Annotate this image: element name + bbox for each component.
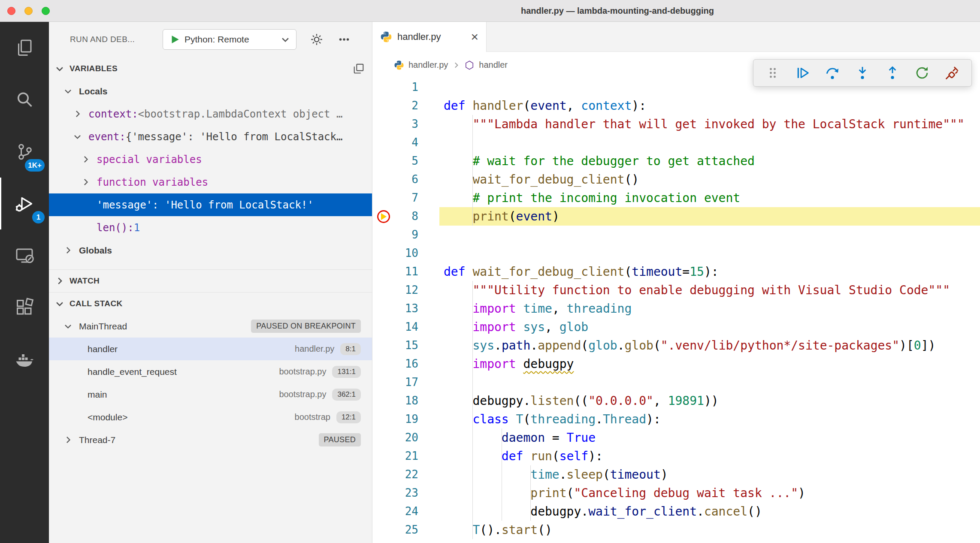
code-line-text[interactable]: # wait for the debugger to get attached xyxy=(439,152,980,170)
activity-item-search[interactable] xyxy=(0,74,49,126)
code-line-text[interactable]: def wait_for_debug_client(timeout=15): xyxy=(439,262,980,281)
breakpoint-indicator[interactable] xyxy=(372,210,395,223)
code-line-text[interactable]: daemon = True xyxy=(439,428,980,447)
variable-row-len[interactable]: len(): 1 xyxy=(49,216,372,239)
code-line-text[interactable]: """Utility function to enable debugging … xyxy=(439,281,980,299)
code-line-text[interactable]: def handler(event, context): xyxy=(439,97,980,115)
zoom-window-button[interactable] xyxy=(42,7,50,15)
gear-icon[interactable] xyxy=(309,32,324,47)
thread-row-thread-7[interactable]: Thread-7PAUSED xyxy=(49,428,372,451)
gutter[interactable]: 21 xyxy=(372,447,439,465)
code-line-text[interactable]: time.sleep(timeout) xyxy=(439,465,980,484)
variable-row-function-variables[interactable]: function variables xyxy=(49,171,372,193)
code-line-text[interactable]: import time, threading xyxy=(439,299,980,318)
code-line-text[interactable]: debugpy.listen(("0.0.0.0", 19891)) xyxy=(439,392,980,410)
variable-row-message[interactable]: 'message': 'Hello from LocalStack!' xyxy=(49,193,372,216)
gutter[interactable]: 24 xyxy=(372,502,439,521)
restart-button[interactable] xyxy=(907,62,938,84)
code-line-text[interactable]: import debugpy xyxy=(439,355,980,373)
variable-row-locals[interactable]: Locals xyxy=(49,80,372,103)
collapse-all-icon[interactable] xyxy=(352,62,365,75)
gutter[interactable]: 3 xyxy=(372,115,439,133)
close-icon[interactable] xyxy=(471,30,478,43)
gutter[interactable]: 4 xyxy=(372,133,439,152)
stack-frame-main[interactable]: mainbootstrap.py362:1 xyxy=(49,383,372,406)
gutter[interactable]: 15 xyxy=(372,336,439,355)
variable-row-special-variables[interactable]: special variables xyxy=(49,148,372,171)
debug-config-dropdown[interactable]: Python: Remote xyxy=(163,29,296,50)
code-line-text[interactable]: debugpy.wait_for_client.cancel() xyxy=(439,502,980,521)
code-line-text[interactable] xyxy=(439,226,980,244)
gutter[interactable]: 13 xyxy=(372,299,439,318)
more-actions-icon[interactable] xyxy=(337,32,351,47)
code-line-text[interactable]: import sys, glob xyxy=(439,318,980,336)
activity-item-run-and-debug[interactable]: 1 xyxy=(0,178,49,229)
variable-row-globals[interactable]: Globals xyxy=(49,239,372,262)
step-out-button[interactable] xyxy=(877,62,907,84)
activity-item-remote-explorer[interactable] xyxy=(0,229,49,281)
gutter[interactable]: 6 xyxy=(372,170,439,189)
gutter[interactable]: 18 xyxy=(372,392,439,410)
code-line-text[interactable]: sys.path.append(glob.glob(".venv/lib/pyt… xyxy=(439,336,980,355)
stack-frame-module[interactable]: <module>bootstrap12:1 xyxy=(49,406,372,428)
gutter[interactable]: 7 xyxy=(372,189,439,207)
stack-frame-handler[interactable]: handlerhandler.py8:1 xyxy=(49,338,372,360)
variable-row-context[interactable]: context: <bootstrap.LambdaContext object… xyxy=(49,103,372,125)
code-line-text[interactable] xyxy=(439,373,980,392)
gutter[interactable]: 10 xyxy=(372,244,439,262)
stack-frame-handle-event-request[interactable]: handle_event_requestbootstrap.py131:1 xyxy=(49,360,372,383)
code-line-text[interactable]: T().start() xyxy=(439,521,980,539)
start-debugging-icon[interactable] xyxy=(169,34,180,45)
gutter[interactable]: 9 xyxy=(372,226,439,244)
variables-section-header[interactable]: VARIABLES xyxy=(49,57,372,80)
breadcrumb-item-file[interactable]: handler.py xyxy=(408,60,448,70)
chevron-down-icon[interactable] xyxy=(60,322,76,331)
activity-item-source-control[interactable]: 1K+ xyxy=(0,126,49,178)
editor-tab-handler-py[interactable]: handler.py xyxy=(372,22,487,52)
activity-item-explorer[interactable] xyxy=(0,22,49,74)
gutter[interactable]: 8 xyxy=(372,207,439,226)
code-line-text[interactable]: def run(self): xyxy=(439,447,980,465)
chevron-right-icon[interactable] xyxy=(78,178,93,187)
gutter[interactable]: 5 xyxy=(372,152,439,170)
watch-section-header[interactable]: WATCH xyxy=(49,269,372,292)
chevron-right-icon[interactable] xyxy=(70,109,85,118)
gutter[interactable]: 20 xyxy=(372,428,439,447)
gutter[interactable]: 1 xyxy=(372,78,439,97)
chevron-down-icon[interactable] xyxy=(70,132,85,141)
code-line-text[interactable] xyxy=(439,244,980,262)
gutter[interactable]: 17 xyxy=(372,373,439,392)
code-line-text[interactable]: """Lambda handler that will get invoked … xyxy=(439,115,980,133)
code-line-text[interactable]: print("Canceling debug wait task ...") xyxy=(439,484,980,502)
activity-item-docker[interactable] xyxy=(0,333,49,385)
gutter[interactable]: 23 xyxy=(372,484,439,502)
gutter[interactable]: 16 xyxy=(372,355,439,373)
chevron-right-icon[interactable] xyxy=(60,435,76,444)
variable-row-event[interactable]: event: {'message': 'Hello from LocalStac… xyxy=(49,125,372,148)
call-stack-section-header[interactable]: CALL STACK xyxy=(49,292,372,315)
code-line-text[interactable]: print(event) xyxy=(439,207,980,226)
breakpoint-hit-icon[interactable] xyxy=(377,210,390,223)
activity-item-extensions[interactable] xyxy=(0,281,49,333)
code-line-text[interactable]: # print the incoming invocation event xyxy=(439,189,980,207)
step-over-button[interactable] xyxy=(817,62,847,84)
code-line-text[interactable]: class T(threading.Thread): xyxy=(439,410,980,428)
gutter[interactable]: 19 xyxy=(372,410,439,428)
chevron-right-icon[interactable] xyxy=(60,246,76,255)
drag-handle-icon[interactable] xyxy=(758,62,788,84)
code-line-text[interactable]: wait_for_debug_client() xyxy=(439,170,980,189)
gutter[interactable]: 22 xyxy=(372,465,439,484)
gutter[interactable]: 14 xyxy=(372,318,439,336)
step-into-button[interactable] xyxy=(847,62,877,84)
thread-row-mainthread[interactable]: MainThreadPAUSED ON BREAKPOINT xyxy=(49,315,372,338)
gutter[interactable]: 25 xyxy=(372,521,439,539)
continue-button[interactable] xyxy=(788,62,818,84)
code-line-text[interactable] xyxy=(439,133,980,152)
chevron-right-icon[interactable] xyxy=(78,155,93,164)
gutter[interactable]: 11 xyxy=(372,262,439,281)
chevron-down-icon[interactable] xyxy=(60,87,76,96)
gutter[interactable]: 2 xyxy=(372,97,439,115)
breadcrumb-item-symbol[interactable]: handler xyxy=(479,60,508,70)
close-window-button[interactable] xyxy=(7,7,15,15)
minimize-window-button[interactable] xyxy=(24,7,33,15)
